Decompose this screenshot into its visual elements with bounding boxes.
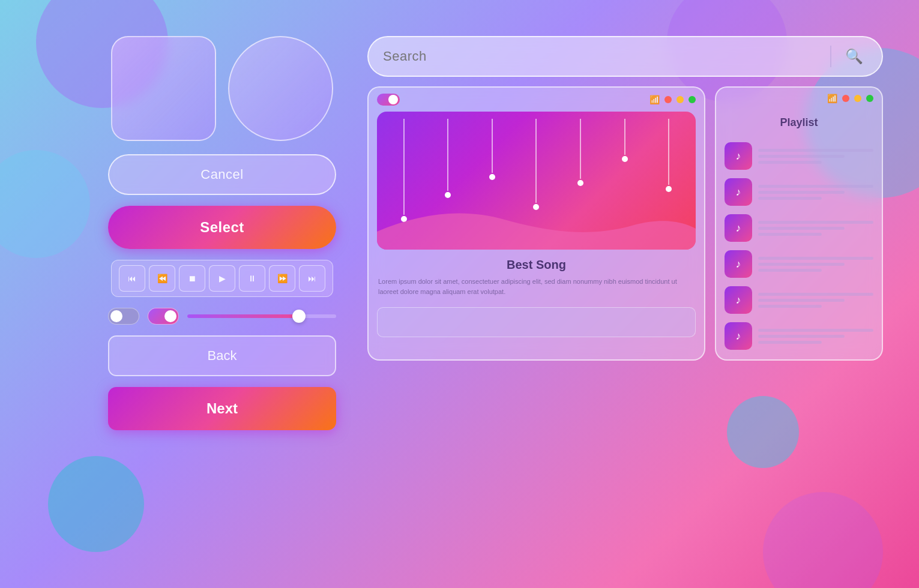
playlist-wifi-icon: 📶 (827, 94, 837, 103)
waveform-area (377, 112, 696, 250)
cancel-button[interactable]: Cancel (108, 154, 336, 195)
list-item[interactable]: ♪ (722, 319, 876, 353)
skip-forward-button[interactable]: ⏭ (299, 265, 325, 292)
track-info-lines (758, 149, 873, 164)
track-info-lines (758, 221, 873, 236)
skip-back-button[interactable]: ⏮ (119, 265, 145, 292)
eq-line (624, 119, 625, 155)
background-blob-2 (0, 150, 90, 258)
eq-line (580, 119, 581, 179)
track-info-lines (758, 185, 873, 200)
track-line (758, 263, 845, 266)
playlist-card-header: 📶 (716, 88, 882, 109)
track-line (758, 293, 873, 296)
list-item[interactable]: ♪ (722, 175, 876, 209)
eq-bar-4 (533, 119, 539, 210)
song-description: Lorem ipsum dolor sit amet, consectetuer… (378, 277, 695, 296)
eq-dot (489, 174, 495, 180)
track-line (758, 155, 845, 158)
track-line (758, 233, 822, 236)
playlist-dot-green[interactable] (866, 95, 873, 102)
stop-button[interactable]: ⏹ (179, 265, 205, 292)
eq-dot (666, 186, 672, 192)
playlist-dot-red[interactable] (842, 95, 849, 102)
eq-bar-6 (622, 119, 628, 162)
toggle-switch-on[interactable] (148, 308, 179, 325)
list-item[interactable]: ♪ (722, 283, 876, 317)
glass-circle-shape (228, 36, 333, 141)
eq-line (447, 119, 448, 191)
track-line (758, 341, 822, 344)
track-line (758, 299, 845, 302)
track-line (758, 197, 822, 200)
list-item[interactable]: ♪ (722, 211, 876, 245)
eq-bar-5 (577, 119, 583, 186)
track-thumbnail: ♪ (725, 142, 752, 170)
media-controls-bar: ⏮ ⏪ ⏹ ▶ ⏸ ⏩ ⏭ (111, 260, 333, 297)
list-item[interactable]: ♪ (722, 247, 876, 281)
pause-button[interactable]: ⏸ (239, 265, 265, 292)
track-line (758, 161, 822, 164)
search-button[interactable]: 🔍 (841, 43, 867, 70)
song-info: Best Song Lorem ipsum dolor sit amet, co… (369, 250, 704, 301)
play-button[interactable]: ▶ (209, 265, 235, 292)
cards-row: 📶 (367, 86, 883, 361)
slider-thumb[interactable] (292, 310, 306, 323)
eq-dot (577, 180, 583, 186)
player-card: 📶 (367, 86, 705, 361)
track-line (758, 191, 845, 194)
track-line (758, 185, 873, 188)
search-input[interactable] (383, 49, 821, 64)
left-panel: Cancel Select ⏮ ⏪ ⏹ ▶ ⏸ ⏩ ⏭ Back Next (96, 36, 348, 430)
back-button[interactable]: Back (108, 335, 336, 376)
eq-line (668, 119, 669, 185)
song-title: Best Song (378, 258, 695, 272)
playlist-items: ♪ ♪ (716, 136, 882, 359)
wifi-icon: 📶 (649, 95, 660, 104)
wave-fill (377, 202, 696, 250)
eq-dot (445, 192, 451, 198)
window-dot-red[interactable] (664, 96, 672, 103)
rewind-button[interactable]: ⏪ (149, 265, 175, 292)
track-line (758, 257, 873, 260)
track-thumbnail: ♪ (725, 214, 752, 242)
slider-fill (187, 314, 299, 318)
eq-bar-2 (445, 119, 451, 198)
background-blob-7 (763, 492, 883, 588)
eq-bar-7 (666, 119, 672, 192)
playlist-dot-yellow[interactable] (854, 95, 861, 102)
window-dot-yellow[interactable] (676, 96, 684, 103)
song-controls-bar (377, 307, 696, 337)
track-line (758, 335, 845, 338)
playlist-card: 📶 Playlist ♪ (715, 86, 883, 361)
fast-forward-button[interactable]: ⏩ (269, 265, 295, 292)
eq-bar-3 (489, 119, 495, 180)
background-blob-3 (48, 456, 144, 552)
track-line (758, 221, 873, 224)
eq-dot (622, 156, 628, 162)
track-thumbnail: ♪ (725, 250, 752, 278)
eq-line (403, 119, 405, 215)
eq-line (535, 119, 537, 203)
track-info-lines (758, 329, 873, 344)
select-button[interactable]: Select (108, 206, 336, 249)
shape-row (111, 36, 333, 141)
glass-square-shape (111, 36, 216, 141)
track-info-lines (758, 257, 873, 272)
toggle-switch-off[interactable] (108, 308, 139, 325)
player-toggle[interactable] (377, 94, 400, 106)
search-bar: 🔍 (367, 36, 883, 77)
track-thumbnail: ♪ (725, 322, 752, 350)
track-line (758, 269, 822, 272)
search-divider (830, 46, 831, 67)
track-thumbnail: ♪ (725, 286, 752, 314)
toggles-row (108, 308, 336, 325)
track-line (758, 329, 873, 332)
track-line (758, 227, 845, 230)
playlist-title: Playlist (716, 109, 882, 136)
list-item[interactable]: ♪ (722, 139, 876, 173)
right-section: 🔍 📶 (367, 36, 883, 361)
volume-slider[interactable] (187, 314, 336, 318)
next-button[interactable]: Next (108, 387, 336, 430)
window-dot-green[interactable] (688, 96, 696, 103)
